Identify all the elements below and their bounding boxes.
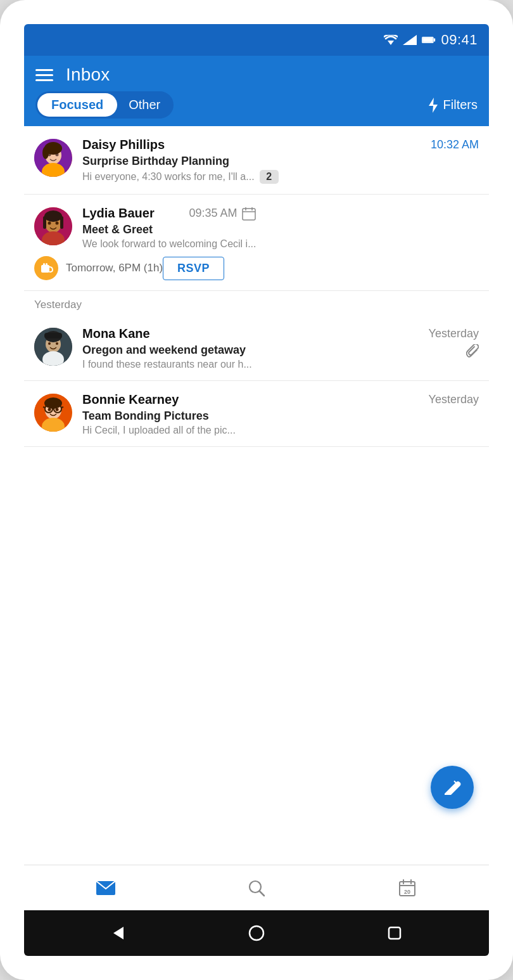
bottom-nav: 20 — [24, 865, 489, 910]
attachment-icon-mona — [466, 344, 479, 358]
phone-inner: 09:41 Inbox Focused Other F — [24, 24, 489, 956]
filters-label: Filters — [443, 98, 478, 112]
email-content-mona: Mona Kane Yesterday Oregon and weekend g… — [82, 326, 479, 370]
hamburger-menu-icon[interactable] — [35, 69, 53, 81]
rsvp-event: Tomorrow, 6PM (1h) — [34, 256, 163, 280]
search-nav-icon — [246, 878, 267, 898]
svg-point-41 — [44, 397, 62, 409]
email-item-daisy[interactable]: Daisy Phillips 10:32 AM Surprise Birthda… — [24, 126, 489, 195]
app-title: Inbox — [66, 65, 110, 85]
home-circle-icon — [248, 924, 265, 942]
recents-button[interactable] — [382, 920, 407, 946]
tab-other[interactable]: Other — [117, 93, 172, 117]
subject-row-mona: Oregon and weekend getaway — [82, 344, 479, 359]
email-header-lydia: Lydia Bauer 09:35 AM — [82, 206, 256, 221]
home-button[interactable] — [244, 920, 269, 946]
svg-point-57 — [250, 926, 263, 940]
event-dot — [34, 256, 58, 280]
email-header-mona: Mona Kane Yesterday — [82, 326, 479, 341]
rsvp-time-label: Tomorrow, 6PM (1h) — [66, 262, 163, 274]
status-time: 09:41 — [441, 32, 478, 48]
email-item-mona[interactable]: Mona Kane Yesterday Oregon and weekend g… — [24, 315, 489, 381]
signal-icon — [403, 35, 417, 45]
svg-rect-3 — [434, 38, 436, 41]
nav-search[interactable] — [181, 878, 332, 898]
svg-point-13 — [42, 146, 49, 159]
time-bonnie: Yesterday — [429, 393, 479, 406]
status-icons: 09:41 — [384, 32, 478, 48]
svg-point-32 — [48, 342, 51, 345]
avatar-mona — [34, 328, 72, 366]
email-list: Daisy Phillips 10:32 AM Surprise Birthda… — [24, 126, 489, 865]
email-content-daisy: Daisy Phillips 10:32 AM Surprise Birthda… — [82, 138, 479, 184]
subject-daisy: Surprise Birthday Planning — [82, 155, 479, 168]
svg-point-18 — [56, 222, 59, 225]
svg-rect-20 — [43, 216, 46, 229]
app-bar-top: Inbox — [35, 65, 478, 91]
avatar-bonnie — [34, 394, 72, 432]
mail-icon — [96, 880, 116, 896]
back-button[interactable] — [106, 920, 131, 946]
lightning-icon — [428, 98, 439, 113]
calendar-icon-lydia — [242, 207, 256, 221]
filters-button[interactable]: Filters — [428, 98, 478, 113]
phone-frame: 09:41 Inbox Focused Other F — [0, 0, 513, 980]
wifi-icon — [384, 35, 398, 45]
subject-mona: Oregon and weekend getaway — [82, 344, 246, 357]
email-item-bonnie[interactable]: Bonnie Kearney Yesterday Team Bonding Pi… — [24, 381, 489, 447]
avatar-lydia — [34, 207, 72, 245]
tab-focused[interactable]: Focused — [37, 93, 117, 117]
calendar-icon: 20 — [398, 879, 416, 897]
nav-mail[interactable] — [30, 878, 181, 898]
preview-bonnie: Hi Cecil, I uploaded all of the pic... — [82, 425, 479, 436]
android-nav-bar — [24, 910, 489, 956]
svg-rect-5 — [423, 37, 433, 42]
svg-point-19 — [44, 210, 62, 222]
subject-bonnie: Team Bonding Pictures — [82, 409, 479, 423]
status-bar: 09:41 — [24, 24, 489, 56]
svg-rect-22 — [243, 209, 255, 220]
time-mona: Yesterday — [429, 327, 479, 340]
app-bar-tabs: Focused Other Filters — [35, 91, 478, 126]
battery-icon — [422, 35, 436, 45]
svg-rect-21 — [60, 216, 63, 229]
email-item-lydia[interactable]: Lydia Bauer 09:35 AM — [24, 195, 489, 291]
svg-line-45 — [43, 407, 45, 408]
svg-rect-35 — [44, 333, 62, 338]
avatar-daisy-image — [34, 139, 72, 177]
svg-rect-26 — [41, 265, 49, 273]
svg-marker-56 — [113, 927, 124, 939]
app-bar: Inbox Focused Other Filters — [24, 56, 489, 126]
sender-bonnie: Bonnie Kearney — [82, 392, 179, 407]
section-label-yesterday: Yesterday — [24, 291, 489, 315]
mail-nav-icon — [96, 878, 116, 898]
recents-square-icon — [386, 924, 403, 942]
sender-lydia: Lydia Bauer — [82, 206, 155, 221]
svg-rect-58 — [389, 927, 400, 939]
compose-fab[interactable] — [431, 766, 474, 809]
calendar-nav-icon: 20 — [397, 878, 417, 898]
rsvp-button[interactable]: RSVP — [163, 257, 224, 280]
preview-daisy: Hi everyone, 4:30 works for me, I'll a..… — [82, 171, 255, 183]
preview-row-daisy: Hi everyone, 4:30 works for me, I'll a..… — [82, 170, 479, 184]
nav-calendar[interactable]: 20 — [332, 878, 483, 898]
svg-marker-1 — [403, 35, 417, 45]
sender-mona: Mona Kane — [82, 326, 150, 341]
back-arrow-icon — [110, 924, 127, 942]
pencil-icon — [442, 777, 462, 797]
avatar-mona-image — [34, 328, 72, 366]
avatar-lydia-image — [34, 207, 72, 245]
avatar-bonnie-image — [34, 394, 72, 432]
subject-lydia: Meet & Greet — [82, 223, 256, 236]
svg-point-33 — [56, 342, 58, 345]
email-header-bonnie: Bonnie Kearney Yesterday — [82, 392, 479, 407]
email-content-bonnie: Bonnie Kearney Yesterday Team Bonding Pi… — [82, 392, 479, 436]
tab-group: Focused Other — [35, 91, 174, 119]
rsvp-row-lydia: Tomorrow, 6PM (1h) RSVP — [34, 256, 224, 280]
svg-rect-27 — [43, 263, 45, 266]
coffee-cup-icon — [39, 261, 53, 275]
preview-lydia: We look forward to welcoming Cecil i... — [82, 238, 256, 250]
svg-marker-0 — [388, 41, 394, 45]
svg-line-50 — [260, 891, 264, 896]
email-content-lydia: Lydia Bauer 09:35 AM — [82, 206, 256, 250]
